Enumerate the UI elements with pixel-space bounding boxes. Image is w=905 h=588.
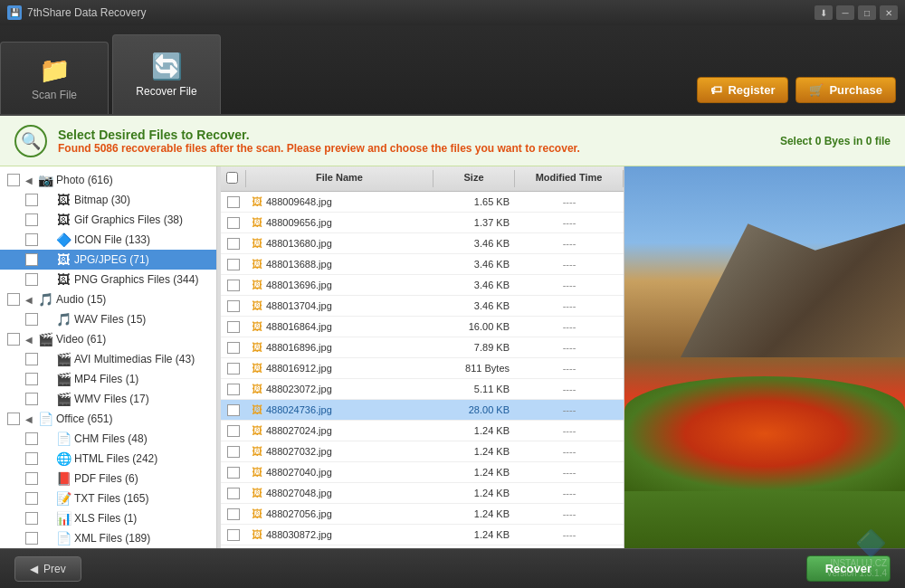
- file-row-check-3[interactable]: [221, 257, 246, 272]
- row-checkbox-2[interactable]: [227, 238, 240, 250]
- tree-check-wav[interactable]: [25, 313, 38, 326]
- select-all-checkbox[interactable]: [226, 172, 238, 184]
- file-row-check-2[interactable]: [221, 236, 246, 251]
- table-row[interactable]: 🖼488009656.jpg1.37 KB----: [221, 213, 624, 233]
- tree-check-video[interactable]: [7, 333, 20, 346]
- tree-item-xls[interactable]: 📊XLS Files (1): [0, 508, 216, 528]
- tree-check-chm[interactable]: [25, 432, 38, 445]
- close-button[interactable]: ✕: [880, 5, 898, 20]
- tree-check-png[interactable]: [25, 273, 38, 286]
- row-checkbox-13[interactable]: [227, 467, 240, 479]
- tree-check-txt[interactable]: [25, 492, 38, 505]
- tree-check-html[interactable]: [25, 452, 38, 465]
- tree-check-icon[interactable]: [25, 233, 38, 246]
- tab-recover-file[interactable]: 🔄 Recover File: [112, 34, 221, 114]
- tree-item-wmv[interactable]: 🎬WMV Files (17): [0, 389, 216, 409]
- row-checkbox-4[interactable]: [227, 280, 240, 291]
- file-row-check-8[interactable]: [221, 361, 246, 376]
- table-row[interactable]: 🖼488013696.jpg3.46 KB----: [221, 275, 624, 296]
- row-checkbox-1[interactable]: [227, 217, 240, 229]
- tree-item-png[interactable]: 🖼PNG Graphics Files (344): [0, 270, 216, 289]
- file-row-check-1[interactable]: [221, 215, 246, 231]
- tree-item-html[interactable]: 🌐HTML Files (242): [0, 449, 216, 469]
- tree-item-xml[interactable]: 📄XML Files (189): [0, 528, 216, 548]
- file-row-check-13[interactable]: [221, 465, 246, 480]
- tree-item-icon[interactable]: 🔷ICON File (133): [0, 230, 216, 250]
- table-row[interactable]: 🖼488027056.jpg1.24 KB----: [221, 504, 624, 525]
- table-row[interactable]: 🖼488023072.jpg5.11 KB----: [221, 379, 624, 400]
- tree-item-avi[interactable]: 🎬AVI Multimedias File (43): [0, 349, 216, 369]
- file-row-check-7[interactable]: [221, 340, 246, 356]
- tree-check-audio[interactable]: [7, 293, 20, 306]
- file-row-check-6[interactable]: [221, 319, 246, 335]
- file-row-check-0[interactable]: [221, 194, 246, 210]
- table-row[interactable]: 🖼488024736.jpg28.00 KB----: [221, 400, 624, 421]
- file-row-check-10[interactable]: [221, 403, 246, 418]
- tree-expand-audio[interactable]: ◀: [24, 294, 34, 305]
- file-row-check-4[interactable]: [221, 278, 246, 293]
- file-row-check-14[interactable]: [221, 486, 246, 501]
- tree-item-pdf[interactable]: 📕PDF Files (6): [0, 469, 216, 488]
- tree-item-wav[interactable]: 🎵WAV Files (15): [0, 309, 216, 329]
- prev-button[interactable]: ◀ Prev: [14, 556, 81, 582]
- file-row-check-11[interactable]: [221, 423, 246, 439]
- purchase-button[interactable]: 🛒 Purchase: [795, 77, 896, 103]
- tree-expand-office[interactable]: ◀: [24, 413, 34, 424]
- register-button[interactable]: 🏷 Register: [697, 77, 788, 103]
- row-checkbox-11[interactable]: [227, 425, 240, 437]
- table-row[interactable]: 🖼488013680.jpg3.46 KB----: [221, 233, 624, 254]
- tree-item-jpg[interactable]: 🖼JPG/JPEG (71): [0, 250, 216, 270]
- tree-item-audio[interactable]: ◀🎵Audio (15): [0, 289, 216, 309]
- table-row[interactable]: 🖼488016864.jpg16.00 KB----: [221, 317, 624, 337]
- tree-check-avi[interactable]: [25, 353, 38, 365]
- row-checkbox-9[interactable]: [227, 384, 240, 395]
- tree-check-office[interactable]: [7, 413, 20, 425]
- tree-check-xml[interactable]: [25, 532, 38, 545]
- table-row[interactable]: 🖼488027024.jpg1.24 KB----: [221, 421, 624, 441]
- file-row-check-16[interactable]: [221, 527, 246, 543]
- row-checkbox-6[interactable]: [227, 321, 240, 333]
- row-checkbox-3[interactable]: [227, 259, 240, 270]
- tree-item-video[interactable]: ◀🎬Video (61): [0, 329, 216, 349]
- download-button[interactable]: ⬇: [814, 5, 833, 20]
- table-row[interactable]: 🖼488016896.jpg7.89 KB----: [221, 337, 624, 358]
- file-row-check-12[interactable]: [221, 444, 246, 460]
- tree-check-xls[interactable]: [25, 512, 38, 525]
- row-checkbox-15[interactable]: [227, 508, 240, 520]
- tree-item-photo[interactable]: ◀📷Photo (616): [0, 170, 216, 190]
- tree-expand-photo[interactable]: ◀: [24, 175, 34, 185]
- row-checkbox-12[interactable]: [227, 446, 240, 458]
- recover-button[interactable]: Recover: [806, 555, 891, 582]
- table-row[interactable]: 🖼488009648.jpg1.65 KB----: [221, 192, 624, 213]
- tree-check-photo[interactable]: [7, 174, 20, 186]
- row-checkbox-7[interactable]: [227, 342, 240, 354]
- row-checkbox-16[interactable]: [227, 529, 240, 541]
- row-checkbox-14[interactable]: [227, 488, 240, 499]
- table-row[interactable]: 🖼488027032.jpg1.24 KB----: [221, 441, 624, 462]
- tree-item-txt[interactable]: 📝TXT Files (165): [0, 488, 216, 508]
- tree-item-gif[interactable]: 🖼Gif Graphics Files (38): [0, 210, 216, 230]
- tree-check-bitmap[interactable]: [25, 194, 38, 206]
- row-checkbox-5[interactable]: [227, 300, 240, 312]
- tree-check-jpg[interactable]: [25, 253, 38, 266]
- row-checkbox-8[interactable]: [227, 363, 240, 375]
- file-rows[interactable]: 🖼488009648.jpg1.65 KB----🖼488009656.jpg1…: [221, 192, 624, 548]
- tree-check-pdf[interactable]: [25, 472, 38, 485]
- minimize-button[interactable]: ─: [836, 5, 854, 20]
- row-checkbox-10[interactable]: [227, 404, 240, 416]
- tab-scan-file[interactable]: 📁 Scan File: [0, 42, 109, 114]
- tree-item-chm[interactable]: 📄CHM Files (48): [0, 429, 216, 449]
- table-row[interactable]: 🖼488213728.jpg5.10 KB----: [221, 545, 624, 548]
- file-row-check-5[interactable]: [221, 299, 246, 314]
- tree-check-mp4[interactable]: [25, 373, 38, 385]
- tree-panel[interactable]: ◀📷Photo (616)🖼Bitmap (30)🖼Gif Graphics F…: [0, 166, 217, 548]
- tree-item-bitmap[interactable]: 🖼Bitmap (30): [0, 190, 216, 210]
- tree-check-gif[interactable]: [25, 213, 38, 226]
- tree-item-office[interactable]: ◀📄Office (651): [0, 409, 216, 429]
- table-row[interactable]: 🖼488013704.jpg3.46 KB----: [221, 296, 624, 317]
- file-row-check-15[interactable]: [221, 507, 246, 522]
- file-row-check-17[interactable]: [221, 548, 246, 549]
- tree-item-mp4[interactable]: 🎬MP4 Files (1): [0, 369, 216, 389]
- row-checkbox-0[interactable]: [227, 196, 240, 208]
- tree-check-wmv[interactable]: [25, 393, 38, 405]
